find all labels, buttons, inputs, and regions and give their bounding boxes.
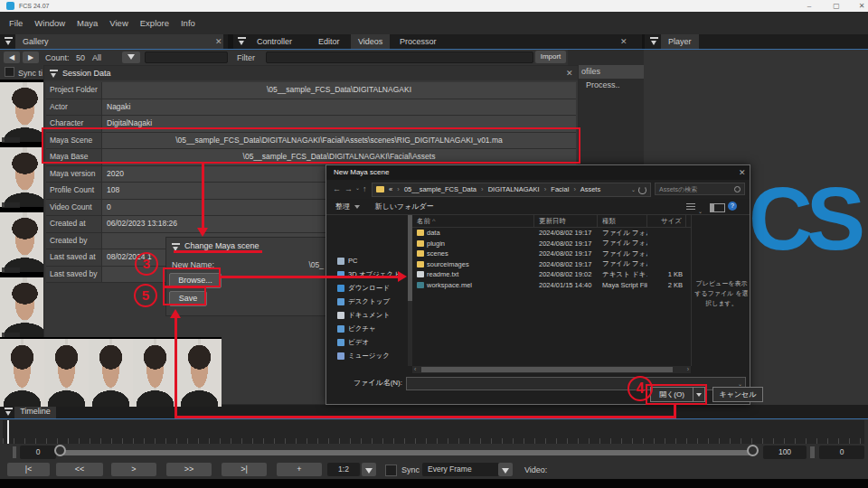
sidebar-item-documents[interactable]: ドキュメント <box>326 308 408 322</box>
face-thumbnail[interactable] <box>0 275 50 340</box>
menu-maya[interactable]: Maya <box>77 18 98 28</box>
session-data-header[interactable]: Session Data ✕ <box>44 66 578 80</box>
file-row[interactable]: plugin2024/08/02 19:17ファイル フォルダー <box>412 239 691 249</box>
file-row[interactable]: readme.txt2024/08/02 19:02テキスト ドキュメント1 K… <box>412 269 691 280</box>
import-button[interactable]: Import <box>535 51 566 63</box>
menu-file[interactable]: File <box>9 18 23 28</box>
tab-processor[interactable]: Processor <box>392 34 444 49</box>
controller-panel-caret-icon[interactable] <box>238 37 246 45</box>
file-row[interactable]: scenes2024/08/02 19:17ファイル フォルダー <box>412 249 691 259</box>
sidebar-item-pictures[interactable]: ピクチャ <box>326 322 408 335</box>
add-button[interactable]: + <box>277 463 322 476</box>
tab-controller[interactable]: Controller <box>250 34 299 49</box>
file-dialog-close-icon[interactable]: ✕ <box>739 169 746 177</box>
ratio-dropdown-icon[interactable] <box>362 463 376 476</box>
count-input[interactable] <box>145 52 228 63</box>
step-forward-button[interactable]: >> <box>166 463 212 476</box>
next-button[interactable]: ▶ <box>23 52 39 63</box>
preview-pane-icon[interactable] <box>710 203 725 212</box>
breadcrumb[interactable]: « › 05__sample_FCS_Data › DIGITALNAGAKI … <box>372 183 651 197</box>
column-type[interactable]: 種類 <box>598 215 647 227</box>
file-row[interactable]: data2024/08/02 19:17ファイル フォルダー <box>412 228 691 239</box>
every-frame-select[interactable]: Every Frame <box>422 463 502 476</box>
back-icon[interactable]: ← <box>333 184 341 193</box>
timeline-sync-checkbox[interactable] <box>385 465 397 476</box>
range-start-value[interactable]: 0 <box>20 446 56 459</box>
sidebar-item-pc[interactable]: PC <box>326 254 408 267</box>
tab-editor[interactable]: Editor <box>311 34 347 49</box>
forward-icon[interactable]: → <box>344 184 353 193</box>
scroll-left-icon[interactable]: ‹ <box>414 366 416 373</box>
session-caret-icon[interactable] <box>50 70 58 78</box>
new-name-value[interactable]: \05_ <box>284 260 324 269</box>
controller-close-icon[interactable]: ✕ <box>620 38 627 46</box>
playhead[interactable] <box>7 420 9 444</box>
gallery-close-icon[interactable]: ✕ <box>215 38 222 46</box>
close-button[interactable]: ✕ <box>850 0 868 12</box>
player-panel-caret-icon[interactable] <box>650 37 658 45</box>
every-frame-dropdown-icon[interactable] <box>498 463 513 476</box>
sidebar-item-3d-objects[interactable]: 3D オブジェクト <box>326 267 408 281</box>
range-start-handle[interactable] <box>54 445 66 456</box>
go-end-button[interactable]: >| <box>222 463 267 476</box>
organize-button[interactable]: 整理 <box>335 202 350 211</box>
session-close-icon[interactable]: ✕ <box>566 70 573 78</box>
column-size[interactable]: サイズ <box>647 215 686 227</box>
file-row[interactable]: workspace.mel2024/01/15 14:40Maya Script… <box>412 280 691 291</box>
view-list-icon[interactable] <box>686 203 695 211</box>
face-thumbnail[interactable] <box>133 337 177 407</box>
sidebar-item-music[interactable]: ミュージック <box>326 349 408 362</box>
maximize-button[interactable]: ▢ <box>825 0 848 12</box>
timeline-caret-icon[interactable] <box>5 408 13 416</box>
range-slider-track[interactable] <box>60 450 754 455</box>
sidebar-item-videos[interactable]: ビデオ <box>326 335 408 349</box>
new-folder-button[interactable]: 新しいフォルダー <box>374 202 433 211</box>
history-dropdown-icon[interactable]: ⌄ <box>355 184 360 191</box>
range-end-handle[interactable] <box>747 445 759 456</box>
range-end-value[interactable]: 100 <box>763 446 807 459</box>
tab-player[interactable]: Player <box>661 34 699 49</box>
horizontal-scrollbar[interactable]: ‹ › <box>412 366 691 373</box>
up-icon[interactable]: ↑ <box>363 184 367 193</box>
scope-value[interactable]: All <box>92 53 101 62</box>
step-back-button[interactable]: << <box>56 463 103 476</box>
face-thumbnail[interactable] <box>177 337 222 407</box>
play-button[interactable]: > <box>111 463 156 476</box>
sidebar-item-desktop[interactable]: デスクトップ <box>326 295 408 308</box>
scope-dropdown-icon[interactable] <box>122 52 140 63</box>
file-row[interactable]: sourceimages2024/08/02 19:17ファイル フォルダー <box>412 259 691 270</box>
column-name[interactable]: 名前 ^ <box>412 215 534 227</box>
sync-checkbox[interactable] <box>5 67 14 77</box>
tab-timeline[interactable]: Timeline <box>14 405 56 418</box>
face-thumbnail[interactable] <box>44 337 89 407</box>
crumb-item[interactable]: DIGITALNAGAKI <box>488 185 540 193</box>
crumb-dropdown-icon[interactable]: ⌄ <box>631 183 636 196</box>
refresh-icon[interactable] <box>638 186 646 194</box>
go-start-button[interactable]: |< <box>7 463 50 476</box>
menu-window[interactable]: Window <box>34 18 65 28</box>
help-icon[interactable]: ? <box>728 202 737 211</box>
face-thumbnail[interactable] <box>0 210 50 275</box>
crumb-item[interactable]: 05__sample_FCS_Data <box>404 185 476 193</box>
tab-profiles-partial[interactable]: ofiles <box>581 67 600 76</box>
tab-gallery[interactable]: Gallery <box>15 34 223 49</box>
cancel-button[interactable]: キャンセル <box>712 387 763 402</box>
face-thumbnail[interactable] <box>0 337 44 407</box>
search-input[interactable]: Assetsの検索 <box>655 183 745 195</box>
face-thumbnail[interactable] <box>89 337 133 407</box>
filter-input[interactable] <box>266 52 533 63</box>
crumb-item[interactable]: Facial <box>551 185 569 193</box>
minimize-button[interactable]: – <box>797 0 821 12</box>
ratio-value[interactable]: 1:2 <box>327 463 360 476</box>
frame-value[interactable]: 0 <box>819 446 864 459</box>
sidebar-item-downloads[interactable]: ダウンロード <box>326 281 408 295</box>
prev-button[interactable]: ◀ <box>4 52 20 63</box>
gallery-panel-caret-icon[interactable] <box>5 37 13 45</box>
tab-process-partial[interactable]: Process.. <box>586 80 620 89</box>
menu-explore[interactable]: Explore <box>140 18 169 28</box>
crumb-item[interactable]: Assets <box>580 185 601 193</box>
column-date[interactable]: 更新日時 <box>534 215 598 227</box>
tab-videos[interactable]: Videos <box>351 34 390 49</box>
menu-view[interactable]: View <box>109 18 127 28</box>
timeline-ruler[interactable] <box>3 420 864 444</box>
